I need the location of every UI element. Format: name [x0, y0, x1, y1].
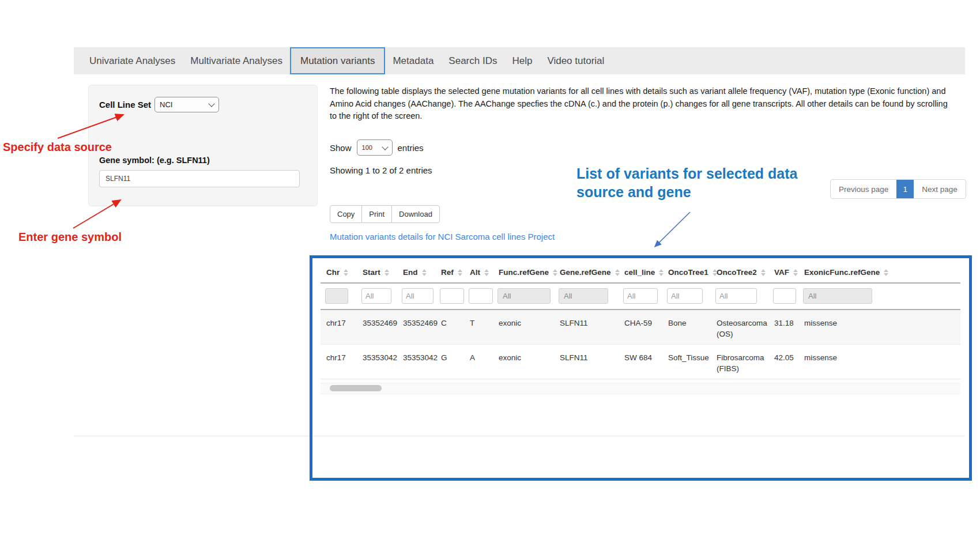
sort-icon[interactable] [793, 269, 798, 276]
start-filter-input[interactable] [361, 288, 391, 304]
gene-symbol-input[interactable] [99, 170, 300, 187]
cell-start: 35353042 [357, 345, 397, 379]
cell-end: 35353042 [397, 345, 435, 379]
column-header-gene-refgene[interactable]: Gene.refGene [554, 262, 619, 283]
annotation-specify-data-source: Specify data source [3, 141, 112, 154]
column-header-end[interactable]: End [397, 262, 435, 283]
table-row[interactable]: chr17 35353042 35353042 G A exonic SLFN1… [321, 345, 960, 379]
tab-search-ids[interactable]: Search IDs [441, 47, 504, 74]
sort-icon[interactable] [884, 269, 888, 276]
vaf-filter-input[interactable] [773, 288, 796, 304]
column-header-oncotree1[interactable]: OncoTree1 [662, 262, 711, 283]
cell-oncotree1: Bone [662, 310, 711, 345]
cell-line-filter-input[interactable] [623, 288, 658, 304]
query-panel: Cell Line Set NCI Gene symbol: (e.g. SLF… [88, 85, 318, 206]
table-row[interactable]: chr17 35352469 35352469 C T exonic SLFN1… [321, 310, 960, 345]
variants-table: Chr Start End Ref Alt Func.refGene Gene.… [321, 262, 960, 394]
ref-filter-input[interactable] [440, 288, 464, 304]
gene-refgene-filter-select[interactable]: All [559, 288, 608, 304]
sort-icon[interactable] [344, 269, 348, 276]
cell-chr: chr17 [321, 345, 357, 379]
tab-mutation-variants[interactable]: Mutation variants [290, 47, 385, 74]
copy-button[interactable]: Copy [330, 205, 362, 223]
entries-label: entries [398, 143, 424, 153]
cell-oncotree2: Fibrosarcoma (FIBS) [711, 345, 768, 379]
end-filter-input[interactable] [402, 288, 434, 304]
oncotree1-filter-input[interactable] [667, 288, 703, 304]
cell-oncotree1: Soft_Tissue [662, 345, 711, 379]
cell-func-refgene: exonic [493, 310, 554, 345]
page-length-select[interactable]: 100 [357, 139, 393, 156]
tab-univariate-analyses[interactable]: Univariate Analyses [82, 47, 183, 74]
cell-line-set-value: NCI [160, 100, 172, 109]
func-refgene-filter-select[interactable]: All [497, 288, 551, 304]
header-row: Chr Start End Ref Alt Func.refGene Gene.… [321, 262, 960, 283]
cell-oncotree2: Osteosarcoma (OS) [711, 310, 768, 345]
cell-vaf: 31.18 [768, 310, 798, 345]
cell-gene-refgene: SLFN11 [554, 345, 619, 379]
cell-cell-line: SW 684 [619, 345, 662, 379]
cell-vaf: 42.05 [768, 345, 798, 379]
column-header-alt[interactable]: Alt [464, 262, 493, 283]
sort-icon[interactable] [761, 269, 766, 276]
column-header-func-refgene[interactable]: Func.refGene [493, 262, 554, 283]
column-header-exonicfunc-refgene[interactable]: ExonicFunc.refGene [798, 262, 960, 283]
cell-func-refgene: exonic [493, 345, 554, 379]
cell-alt: T [464, 310, 493, 345]
column-header-vaf[interactable]: VAF [768, 262, 798, 283]
alt-filter-input[interactable] [469, 288, 493, 304]
chevron-down-icon [208, 100, 214, 107]
top-navbar: Univariate Analyses Multivariate Analyse… [74, 47, 965, 74]
oncotree2-filter-input[interactable] [715, 288, 757, 304]
pagination: Previous page 1 Next page [830, 179, 966, 199]
tab-video-tutorial[interactable]: Video tutorial [540, 47, 612, 74]
previous-page-button[interactable]: Previous page [831, 180, 896, 198]
horizontal-scrollbar[interactable] [321, 383, 960, 394]
cell-line-set-select[interactable]: NCI [154, 97, 219, 112]
tab-help[interactable]: Help [504, 47, 540, 74]
cell-alt: A [464, 345, 493, 379]
download-button[interactable]: Download [391, 205, 440, 223]
sort-icon[interactable] [458, 269, 462, 276]
column-header-start[interactable]: Start [357, 262, 397, 283]
export-button-group: Copy Print Download [330, 205, 440, 223]
sort-icon[interactable] [659, 269, 664, 276]
sort-icon[interactable] [484, 269, 489, 276]
cell-exonicfunc: missense [798, 345, 960, 379]
column-header-cell-line[interactable]: cell_line [619, 262, 662, 283]
sort-icon[interactable] [615, 269, 620, 276]
column-header-chr[interactable]: Chr [321, 262, 357, 283]
table-description: The following table displays the selecte… [330, 85, 952, 123]
tab-multivariate-analyses[interactable]: Multivariate Analyses [183, 47, 290, 74]
current-page-button[interactable]: 1 [896, 180, 914, 198]
show-label: Show [330, 143, 352, 153]
sort-icon[interactable] [422, 269, 427, 276]
table-caption-link[interactable]: Mutation variants details for NCI Sarcom… [330, 232, 555, 241]
filter-row: All All All [321, 283, 960, 310]
sort-icon[interactable] [553, 269, 557, 276]
annotation-enter-gene-symbol: Enter gene symbol [18, 231, 122, 244]
chr-filter-select[interactable] [325, 288, 348, 304]
cell-ref: C [435, 310, 464, 345]
gene-symbol-label: Gene symbol: (e.g. SLFN11) [99, 156, 210, 165]
page-divider [74, 436, 965, 436]
exonicfunc-filter-select[interactable]: All [803, 288, 872, 304]
page-length-value: 100 [362, 144, 372, 151]
tab-metadata[interactable]: Metadata [385, 47, 441, 74]
cell-cell-line: CHA-59 [619, 310, 662, 345]
sort-icon[interactable] [385, 269, 389, 276]
cell-gene-refgene: SLFN11 [554, 310, 619, 345]
next-page-button[interactable]: Next page [914, 180, 966, 198]
print-button[interactable]: Print [361, 205, 392, 223]
page-length-control: Show 100 entries [330, 139, 424, 156]
column-header-ref[interactable]: Ref [435, 262, 464, 283]
cell-ref: G [435, 345, 464, 379]
cell-exonicfunc: missense [798, 310, 960, 345]
cell-line-set-label: Cell Line Set [99, 100, 151, 110]
list-of-variants-arrow [655, 212, 690, 247]
showing-entries-status: Showing 1 to 2 of 2 entries [330, 165, 432, 175]
cell-start: 35352469 [357, 310, 397, 345]
scrollbar-thumb[interactable] [330, 385, 382, 391]
column-header-oncotree2[interactable]: OncoTree2 [711, 262, 768, 283]
chevron-down-icon [382, 144, 388, 150]
